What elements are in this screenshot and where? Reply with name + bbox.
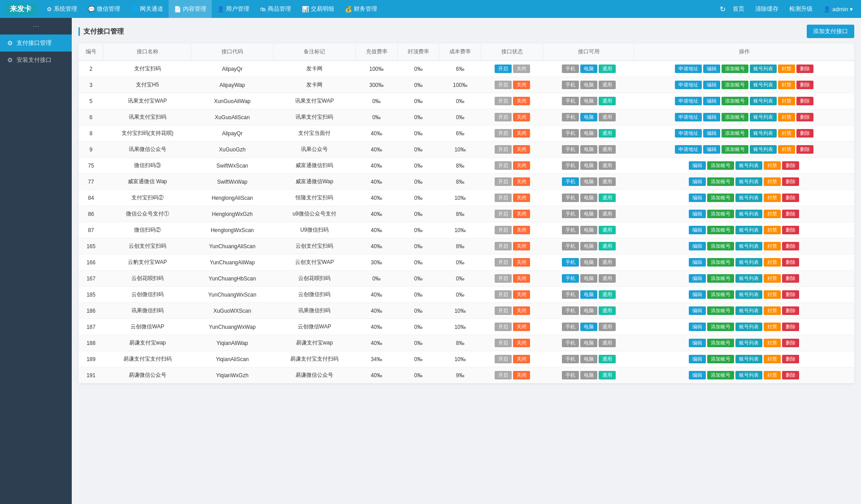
ban-btn[interactable]: 封禁	[764, 161, 781, 170]
status-close-btn[interactable]: 关闭	[513, 129, 530, 138]
avail-pc-btn[interactable]: 电脑	[580, 355, 597, 363]
add-acct-btn[interactable]: 添加账号	[707, 306, 734, 315]
acct-list-btn[interactable]: 账号列表	[735, 161, 762, 170]
add-acct-btn[interactable]: 添加账号	[707, 177, 734, 186]
acct-list-btn[interactable]: 账号列表	[735, 323, 762, 331]
avail-general-btn[interactable]: 通用	[599, 339, 616, 347]
edit-btn[interactable]: 编辑	[689, 371, 706, 379]
edit-btn[interactable]: 编辑	[689, 177, 706, 186]
avail-general-btn[interactable]: 通用	[599, 290, 616, 299]
nav-item-7[interactable]: 💰财务管理	[339, 0, 383, 18]
acct-list-btn[interactable]: 账号列表	[750, 145, 777, 154]
ban-btn[interactable]: 封禁	[778, 113, 795, 121]
ban-btn[interactable]: 封禁	[764, 306, 781, 315]
apply-btn[interactable]: 申请地址	[675, 129, 702, 138]
edit-btn[interactable]: 编辑	[703, 65, 720, 73]
avail-mobile-btn[interactable]: 手机	[562, 113, 579, 121]
avail-mobile-btn[interactable]: 手机	[562, 371, 579, 379]
avail-pc-btn[interactable]: 电脑	[580, 258, 597, 267]
edit-btn[interactable]: 编辑	[689, 355, 706, 363]
add-acct-btn[interactable]: 添加账号	[722, 65, 748, 73]
nav-item-2[interactable]: 🌐网关通道	[126, 0, 169, 18]
sidebar-item-0[interactable]: ⚙支付接口管理	[0, 34, 72, 52]
edit-btn[interactable]: 编辑	[689, 258, 706, 267]
nav-item-0[interactable]: ⚙系统管理	[41, 0, 83, 18]
avail-mobile-btn[interactable]: 手机	[562, 129, 579, 138]
acct-list-btn[interactable]: 账号列表	[750, 65, 777, 73]
delete-btn[interactable]: 删除	[782, 355, 799, 363]
avail-pc-btn[interactable]: 电脑	[580, 65, 597, 73]
edit-btn[interactable]: 编辑	[689, 226, 706, 234]
avail-general-btn[interactable]: 通用	[599, 81, 616, 89]
avail-mobile-btn[interactable]: 手机	[562, 65, 579, 73]
refresh-icon[interactable]: ↻	[720, 5, 726, 13]
avail-mobile-btn[interactable]: 手机	[562, 145, 579, 154]
delete-btn[interactable]: 删除	[796, 97, 813, 105]
status-open-btn[interactable]: 开启	[495, 97, 512, 105]
edit-btn[interactable]: 编辑	[689, 339, 706, 347]
status-open-btn[interactable]: 开启	[495, 129, 512, 138]
status-open-btn[interactable]: 开启	[495, 290, 512, 299]
add-acct-btn[interactable]: 添加账号	[722, 145, 748, 154]
ban-btn[interactable]: 封禁	[764, 371, 781, 379]
avail-mobile-btn[interactable]: 手机	[562, 177, 579, 186]
status-close-btn[interactable]: 关闭	[513, 306, 530, 315]
avail-general-btn[interactable]: 通用	[599, 129, 616, 138]
ban-btn[interactable]: 封禁	[778, 145, 795, 154]
status-close-btn[interactable]: 关闭	[513, 355, 530, 363]
ban-btn[interactable]: 封禁	[778, 65, 795, 73]
acct-list-btn[interactable]: 账号列表	[735, 274, 762, 283]
acct-list-btn[interactable]: 账号列表	[735, 210, 762, 218]
status-open-btn[interactable]: 开启	[495, 323, 512, 331]
status-close-btn[interactable]: 关闭	[513, 226, 530, 234]
ban-btn[interactable]: 封禁	[778, 129, 795, 138]
add-acct-btn[interactable]: 添加账号	[707, 258, 734, 267]
status-open-btn[interactable]: 开启	[495, 177, 512, 186]
status-open-btn[interactable]: 开启	[495, 258, 512, 267]
nav-item-4[interactable]: 👤用户管理	[212, 0, 255, 18]
avail-pc-btn[interactable]: 电脑	[580, 113, 597, 121]
home-button[interactable]: 首页	[729, 3, 748, 15]
ban-btn[interactable]: 封禁	[764, 242, 781, 250]
detect-upgrade-button[interactable]: 检测升级	[786, 3, 816, 15]
avail-general-btn[interactable]: 通用	[599, 323, 616, 331]
status-open-btn[interactable]: 开启	[495, 242, 512, 250]
avail-general-btn[interactable]: 通用	[599, 242, 616, 250]
edit-btn[interactable]: 编辑	[689, 274, 706, 283]
add-acct-btn[interactable]: 添加账号	[707, 323, 734, 331]
status-open-btn[interactable]: 开启	[495, 113, 512, 121]
avail-general-btn[interactable]: 通用	[599, 371, 616, 379]
avail-pc-btn[interactable]: 电脑	[580, 129, 597, 138]
add-acct-btn[interactable]: 添加账号	[707, 210, 734, 218]
avail-general-btn[interactable]: 通用	[599, 306, 616, 315]
avail-pc-btn[interactable]: 电脑	[580, 210, 597, 218]
acct-list-btn[interactable]: 账号列表	[750, 97, 777, 105]
apply-btn[interactable]: 申请地址	[675, 65, 702, 73]
acct-list-btn[interactable]: 账号列表	[735, 371, 762, 379]
delete-btn[interactable]: 删除	[796, 129, 813, 138]
add-acct-btn[interactable]: 添加账号	[722, 81, 748, 89]
avail-pc-btn[interactable]: 电脑	[580, 161, 597, 170]
add-acct-btn[interactable]: 添加账号	[722, 113, 748, 121]
status-close-btn[interactable]: 关闭	[513, 339, 530, 347]
avail-pc-btn[interactable]: 电脑	[580, 371, 597, 379]
acct-list-btn[interactable]: 账号列表	[750, 113, 777, 121]
avail-mobile-btn[interactable]: 手机	[562, 339, 579, 347]
acct-list-btn[interactable]: 账号列表	[735, 226, 762, 234]
avail-mobile-btn[interactable]: 手机	[562, 306, 579, 315]
status-open-btn[interactable]: 开启	[495, 194, 512, 202]
apply-btn[interactable]: 申请地址	[675, 97, 702, 105]
avail-pc-btn[interactable]: 电脑	[580, 97, 597, 105]
delete-btn[interactable]: 删除	[782, 242, 799, 250]
edit-btn[interactable]: 编辑	[703, 113, 720, 121]
clear-cache-button[interactable]: 清除缓存	[752, 3, 782, 15]
status-close-btn[interactable]: 关闭	[513, 113, 530, 121]
ban-btn[interactable]: 封禁	[764, 194, 781, 202]
avail-general-btn[interactable]: 通用	[599, 226, 616, 234]
status-close-btn[interactable]: 关闭	[513, 242, 530, 250]
acct-list-btn[interactable]: 账号列表	[735, 242, 762, 250]
avail-mobile-btn[interactable]: 手机	[562, 242, 579, 250]
status-open-btn[interactable]: 开启	[495, 339, 512, 347]
avail-pc-btn[interactable]: 电脑	[580, 339, 597, 347]
status-close-btn[interactable]: 关闭	[513, 161, 530, 170]
